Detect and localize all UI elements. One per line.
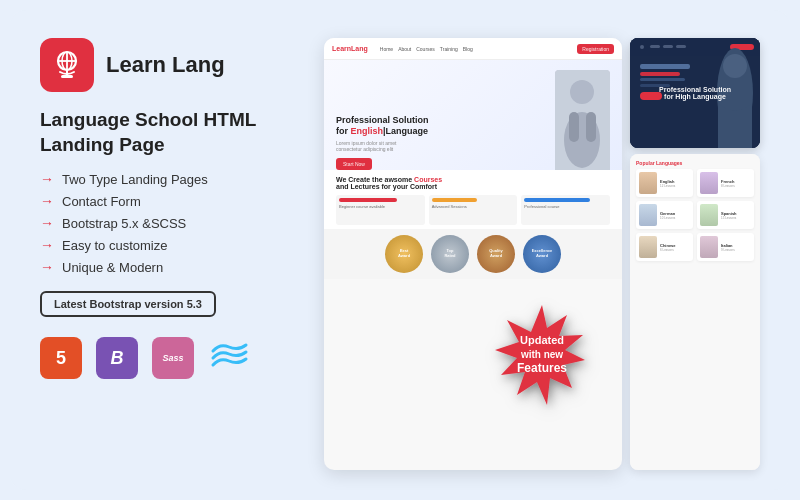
sec-bottom-row-1: English 12 Lessons French 8 Lessons bbox=[636, 169, 754, 197]
mock-nav-cta[interactable]: Registration bbox=[577, 44, 614, 54]
sec-card-photo-2 bbox=[700, 172, 718, 194]
svg-point-7 bbox=[570, 80, 594, 104]
sass-icon: Sass bbox=[152, 337, 194, 379]
mock-card-2: Advanced Sessions bbox=[429, 195, 518, 225]
starburst-svg: Updated with new Features bbox=[487, 300, 597, 410]
dark-hero-content: Professional Solutionfor High Language bbox=[630, 38, 760, 148]
svg-rect-10 bbox=[586, 112, 596, 142]
brand-logo bbox=[40, 38, 94, 92]
starburst-badge: Updated with new Features bbox=[487, 300, 597, 410]
sec-card-info-6: Italian 9 Lessons bbox=[721, 243, 751, 252]
svg-rect-19 bbox=[640, 72, 680, 76]
svg-rect-16 bbox=[676, 45, 686, 48]
mock-logo-text: LearnLang bbox=[332, 45, 368, 52]
feature-label-1: Two Type Landing Pages bbox=[62, 172, 208, 187]
sec-card-5: Chinese 6 Lessons bbox=[636, 233, 693, 261]
feature-item-3: → Bootstrap 5.x &SCSS bbox=[40, 215, 300, 231]
sec-card-4: Spanish 15 Lessons bbox=[697, 201, 754, 229]
features-list: → Two Type Landing Pages → Contact Form … bbox=[40, 171, 300, 275]
main-card: Learn Lang Language School HTML Landing … bbox=[10, 10, 790, 490]
brand-name: Learn Lang bbox=[106, 52, 225, 78]
svg-point-13 bbox=[640, 45, 644, 49]
mock-cards-row: Beginner course available Advanced Sessi… bbox=[336, 195, 610, 225]
svg-rect-9 bbox=[569, 112, 579, 142]
mock-badge-2: TopRated bbox=[431, 235, 469, 273]
feature-item-4: → Easy to customize bbox=[40, 237, 300, 253]
feature-label-3: Bootstrap 5.x &SCSS bbox=[62, 216, 186, 231]
bootstrap-icon: B bbox=[96, 337, 138, 379]
arrow-icon-5: → bbox=[40, 259, 54, 275]
mock-card-1: Beginner course available bbox=[336, 195, 425, 225]
sec-card-3: German 10 Lessons bbox=[636, 201, 693, 229]
sec-bottom-row-3: Chinese 6 Lessons Italian 9 Lessons bbox=[636, 233, 754, 261]
tech-icons-row: 5 B Sass bbox=[40, 337, 300, 379]
sec-card-info-4: Spanish 15 Lessons bbox=[721, 211, 751, 220]
arrow-icon-1: → bbox=[40, 171, 54, 187]
mock-nav: LearnLang Home About Courses Training Bl… bbox=[324, 38, 622, 60]
mock-section-title: We Create the awsome Courses and Lecture… bbox=[336, 176, 610, 190]
mock-hero-cta-btn[interactable]: Start Now bbox=[336, 158, 372, 170]
sec-card-info-3: German 10 Lessons bbox=[660, 211, 690, 220]
sec-card-info-1: English 12 Lessons bbox=[660, 179, 690, 188]
mock-badges-section: BestAward TopRated QualityAward Excellen… bbox=[324, 229, 622, 279]
svg-rect-5 bbox=[61, 75, 73, 78]
mock-badge-1: BestAward bbox=[385, 235, 423, 273]
page-title: Language School HTML Landing Page bbox=[40, 108, 300, 157]
feature-item-2: → Contact Form bbox=[40, 193, 300, 209]
feature-label-5: Unique & Modern bbox=[62, 260, 163, 275]
mock-card-3: Professional course bbox=[521, 195, 610, 225]
feature-item-5: → Unique & Modern bbox=[40, 259, 300, 275]
svg-text:with new: with new bbox=[520, 349, 563, 360]
sec-card-info-2: French 8 Lessons bbox=[721, 179, 751, 188]
mock-nav-links: Home About Courses Training Blog bbox=[380, 46, 473, 52]
person-silhouette bbox=[555, 70, 610, 170]
arrow-icon-3: → bbox=[40, 215, 54, 231]
feature-label-4: Easy to customize bbox=[62, 238, 168, 253]
sec-bottom-row-2: German 10 Lessons Spanish 15 Lessons bbox=[636, 201, 754, 229]
sec-card-info-5: Chinese 6 Lessons bbox=[660, 243, 690, 252]
sec-bottom-title: Popular Languages bbox=[636, 160, 754, 166]
html5-icon: 5 bbox=[40, 337, 82, 379]
left-panel: Learn Lang Language School HTML Landing … bbox=[40, 38, 300, 470]
wind-icon-svg bbox=[208, 337, 250, 379]
sec-bottom-content: Popular Languages English 12 Lessons bbox=[630, 154, 760, 470]
screenshot-secondary: Professional Solutionfor High Language P… bbox=[630, 38, 760, 470]
feature-item-1: → Two Type Landing Pages bbox=[40, 171, 300, 187]
sec-card-6: Italian 9 Lessons bbox=[697, 233, 754, 261]
sec-card-2: French 8 Lessons bbox=[697, 169, 754, 197]
svg-rect-14 bbox=[650, 45, 660, 48]
feature-label-2: Contact Form bbox=[62, 194, 141, 209]
sec-card-photo-4 bbox=[700, 204, 718, 226]
mock-section2-wrapper: We Create the awsome Courses and Lecture… bbox=[324, 170, 622, 229]
screenshot-secondary-top: Professional Solutionfor High Language bbox=[630, 38, 760, 148]
svg-rect-15 bbox=[663, 45, 673, 48]
svg-point-24 bbox=[723, 54, 747, 78]
bootstrap-badge[interactable]: Latest Bootstrap version 5.3 bbox=[40, 291, 216, 317]
mock-badge-4: ExcellenceAward bbox=[523, 235, 561, 273]
sec-card-photo-1 bbox=[639, 172, 657, 194]
brand-row: Learn Lang bbox=[40, 38, 300, 92]
sec-card-photo-5 bbox=[639, 236, 657, 258]
mock-hero-image bbox=[555, 70, 610, 170]
mock-hero: Professional Solution for English|Langua… bbox=[324, 60, 622, 170]
mock-hero-title: Professional Solution for English|Langua… bbox=[336, 115, 549, 138]
mock-badge-3: QualityAward bbox=[477, 235, 515, 273]
svg-rect-18 bbox=[640, 64, 690, 69]
svg-text:Updated: Updated bbox=[520, 334, 564, 346]
mock-hero-text: Professional Solution for English|Langua… bbox=[336, 115, 549, 170]
wind-icon bbox=[208, 337, 250, 379]
dark-hero-text: Professional Solutionfor High Language bbox=[651, 78, 739, 108]
svg-text:Features: Features bbox=[517, 361, 567, 375]
mock-hero-subtitle: Lorem ipsum dolor sit ametconsectetur ad… bbox=[336, 140, 549, 152]
arrow-icon-2: → bbox=[40, 193, 54, 209]
sec-card-1: English 12 Lessons bbox=[636, 169, 693, 197]
sec-card-photo-6 bbox=[700, 236, 718, 258]
right-panel: LearnLang Home About Courses Training Bl… bbox=[324, 38, 760, 470]
screenshot-secondary-bottom: Popular Languages English 12 Lessons bbox=[630, 154, 760, 470]
logo-svg bbox=[50, 48, 84, 82]
sec-card-photo-3 bbox=[639, 204, 657, 226]
arrow-icon-4: → bbox=[40, 237, 54, 253]
